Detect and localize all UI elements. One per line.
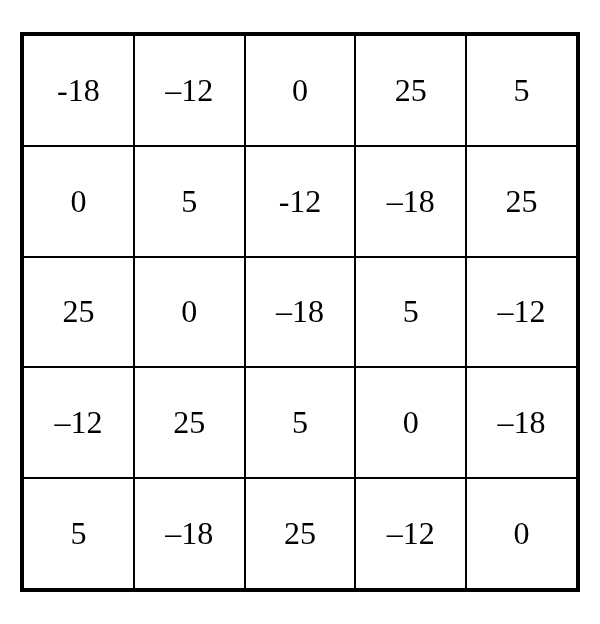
grid-cell: –12 <box>466 257 577 368</box>
grid-cell: 0 <box>245 35 356 146</box>
grid-cell: –12 <box>23 367 134 478</box>
grid-cell: 0 <box>23 146 134 257</box>
grid-cell: 5 <box>466 35 577 146</box>
grid-cell: –18 <box>134 478 245 589</box>
grid-cell: 0 <box>466 478 577 589</box>
grid-cell: 5 <box>23 478 134 589</box>
grid-cell: 0 <box>355 367 466 478</box>
number-grid: -18 –12 0 25 5 0 5 -12 –18 25 25 0 –18 5… <box>20 32 580 592</box>
grid-cell: 5 <box>355 257 466 368</box>
grid-cell: 25 <box>466 146 577 257</box>
grid-cell: –12 <box>355 478 466 589</box>
grid-cell: 25 <box>355 35 466 146</box>
grid-cell: 25 <box>23 257 134 368</box>
grid-cell: 25 <box>134 367 245 478</box>
grid-cell: –18 <box>466 367 577 478</box>
grid-cell: 0 <box>134 257 245 368</box>
grid-cell: –12 <box>134 35 245 146</box>
grid-cell: 25 <box>245 478 356 589</box>
grid-cell: –18 <box>245 257 356 368</box>
grid-cell: 5 <box>245 367 356 478</box>
grid-cell: -18 <box>23 35 134 146</box>
grid-cell: –18 <box>355 146 466 257</box>
grid-cell: -12 <box>245 146 356 257</box>
grid-cell: 5 <box>134 146 245 257</box>
